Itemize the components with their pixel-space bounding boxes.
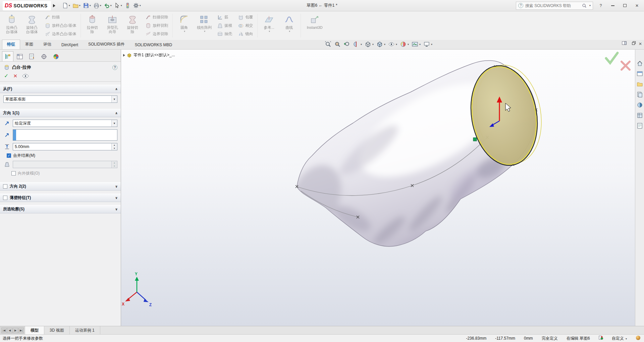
select-button[interactable]: ▾ [113,1,123,10]
boundary-cut-button[interactable]: 边界切除 [144,30,169,38]
thin-feature-checkbox[interactable] [3,196,7,200]
flyout-feature-tree[interactable]: 零件1 (默认<<默认>_... [123,52,175,58]
draft-angle-icon[interactable] [3,161,11,168]
merge-result-checkbox[interactable]: ✓ [7,153,11,158]
tab-configuration-manager[interactable] [26,51,38,61]
model-3d-view[interactable]: Y X Z [121,50,635,326]
depth-down-button[interactable]: ▼ [112,147,117,150]
open-button[interactable]: ▾ [72,1,82,10]
taskpane-file-explorer-button[interactable] [637,91,643,99]
reference-geometry-button[interactable]: 参考... ▾ [259,12,279,39]
extrude-cut-button[interactable]: 拉伸切除 [83,12,102,39]
tab-dimxpert-manager[interactable] [38,51,50,61]
reverse-direction-icon[interactable] [3,120,11,127]
undo-button[interactable]: ▾ [103,1,113,10]
direction2-checkbox[interactable] [3,184,7,189]
edit-appearance-button[interactable]: ▾ [399,41,409,48]
tab-dimxpert[interactable]: DimXpert [56,41,83,49]
section-thin-feature-header[interactable]: 薄壁特征(T) ∨ [0,194,121,202]
sweep-button[interactable]: 扫描 [44,13,77,21]
tab-addins[interactable]: SOLIDWORKS 插件 [83,40,130,49]
hole-wizard-button[interactable]: 异型孔向导 [103,12,122,39]
tab-display-manager[interactable] [50,51,62,61]
tab-motion-study[interactable]: 运动算例 1 [70,326,100,334]
draft-angle-input[interactable] [13,161,111,168]
draft-down-button[interactable]: ▼ [112,164,117,168]
close-button[interactable]: ✕ [633,2,641,9]
save-button[interactable]: ▾ [82,1,92,10]
search-input[interactable] [525,3,580,8]
loft-boss-button[interactable]: 放样凸台/基体 [44,22,77,30]
tab-feature-tree[interactable] [2,51,13,61]
minimize-button[interactable] [608,2,617,9]
section-direction2-header[interactable]: 方向 2(2) ∨ [0,182,121,191]
depth-input[interactable] [13,143,111,150]
taskpane-resources-button[interactable] [637,71,643,78]
taskpane-design-library-button[interactable] [637,81,643,88]
fillet-dropdown-icon[interactable]: ▾ [184,30,185,33]
preview-eye-icon[interactable] [22,74,29,78]
rebuild-button[interactable] [124,1,131,10]
draft-button[interactable]: 拔模 [216,22,233,30]
tab-model[interactable]: 模型 [25,326,44,334]
wrap-button[interactable]: 包覆 [237,13,254,21]
tab-property-manager[interactable] [14,51,25,61]
prev-tab-button[interactable]: ◀ [7,328,12,333]
options-button[interactable]: ▾ [132,1,142,10]
direction-selection-box[interactable] [13,129,117,141]
curves-button[interactable]: 曲线 ▾ [279,12,299,39]
ok-button[interactable]: ✓ [4,73,8,79]
zoom-fit-button[interactable] [324,41,332,48]
revolve-boss-button[interactable]: 旋转凸台/基体 [22,12,42,39]
app-logo[interactable]: DS SOLIDWORKS [3,1,51,10]
resources-ball-icon[interactable] [636,335,641,341]
linear-pattern-dropdown-icon[interactable]: ▾ [204,30,205,33]
end-condition-dropdown[interactable]: 给定深度 ▼ [13,120,117,127]
display-style-button[interactable]: ▾ [376,41,386,48]
tab-sketch[interactable]: 草图 [20,40,38,49]
apply-scene-button[interactable]: ▾ [411,41,421,48]
rib-button[interactable]: 筋 [216,13,233,21]
view-settings-button[interactable]: ▾ [423,41,433,48]
help-search-box[interactable]: ? ▾ [516,2,593,10]
fillet-button[interactable]: 圆角 ▾ [174,12,194,39]
draft-outward-checkbox[interactable] [11,171,16,176]
reference-dropdown-icon[interactable]: ▾ [269,30,270,33]
help-button[interactable]: ? [596,2,605,9]
tab-3d-views[interactable]: 3D 视图 [44,326,70,334]
sweep-cut-button[interactable]: 扫描切除 [144,13,169,21]
confirmation-corner[interactable] [606,53,630,70]
tab-mbd[interactable]: SOLIDWORKS MBD [130,41,177,49]
last-tab-button[interactable]: ▶| [18,328,24,333]
panel-help-icon[interactable]: ? [112,65,117,70]
cancel-button[interactable]: ✕ [13,73,17,79]
search-dropdown-icon[interactable]: ▾ [589,4,591,7]
first-tab-button[interactable]: |◀ [1,328,7,333]
doc-restore-button[interactable] [632,41,636,46]
tab-evaluate[interactable]: 评估 [38,40,56,49]
mirror-button[interactable]: 镜向 [237,30,254,38]
hide-show-items-button[interactable]: ▾ [388,41,397,48]
boundary-boss-button[interactable]: 边界凸台/基体 [44,30,77,38]
curves-dropdown-icon[interactable]: ▾ [289,30,290,33]
taskpane-appearances-button[interactable] [637,112,643,120]
menu-expand-icon[interactable] [53,4,55,7]
start-condition-dropdown[interactable]: 草图基准面 ▼ [3,95,117,103]
shell-button[interactable]: 抽壳 [216,30,233,38]
next-tab-button[interactable]: ▶ [13,328,18,333]
linear-pattern-button[interactable]: 线性阵列 ▾ [195,12,214,39]
pane-toggle-icon[interactable] [622,41,627,47]
taskpane-home-button[interactable] [637,60,643,68]
print-button[interactable]: ▾ [93,1,102,10]
revolve-cut-button[interactable]: 旋转切除 [123,12,142,39]
section-selected-contours-header[interactable]: 所选轮廓(S) ∨ [0,205,121,213]
graphics-area[interactable]: 零件1 (默认<<默认>_... [121,50,635,326]
tab-features[interactable]: 特征 [2,40,20,49]
previous-view-button[interactable] [343,41,351,48]
taskpane-custom-properties-button[interactable] [637,123,643,130]
zoom-area-button[interactable] [334,41,341,48]
taskpane-view-palette-button[interactable] [637,102,643,109]
maximize-button[interactable] [621,2,629,9]
view-orientation-button[interactable]: ▾ [364,41,374,48]
doc-close-button[interactable]: ✕ [639,42,642,46]
